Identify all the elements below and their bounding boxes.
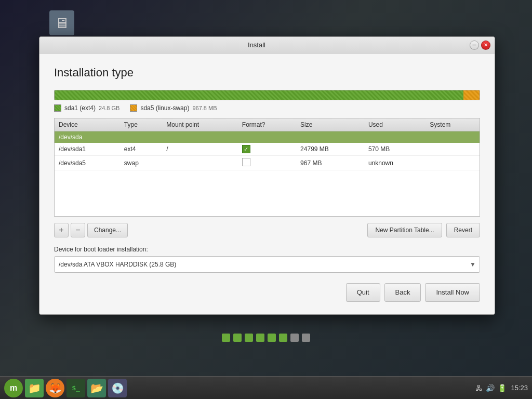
taskbar-sys-icons: 🖧 🔊 🔋	[475, 384, 507, 392]
cell-sda5-used: unknown	[364, 156, 425, 170]
progress-dot-8	[302, 334, 310, 342]
taskbar-icon-firefox[interactable]: 🦊	[46, 379, 64, 397]
taskbar-right: 🖧 🔊 🔋 15:23	[475, 384, 528, 392]
cell-sda5-device: /dev/sda5	[55, 156, 120, 170]
change-partition-button[interactable]: Change...	[87, 223, 128, 237]
table-header-row: Device Type Mount point Format? Size Use…	[55, 118, 480, 131]
format-checkbox-sda1[interactable]: ✓	[242, 145, 250, 153]
revert-button[interactable]: Revert	[446, 223, 480, 237]
taskbar-icon-disk[interactable]: 💿	[108, 379, 127, 397]
bootloader-select-wrapper: /dev/sda ATA VBOX HARDDISK (25.8 GB) ▼	[54, 256, 480, 273]
window-title: Install	[44, 41, 470, 49]
progress-dot-7	[290, 334, 299, 342]
battery-icon[interactable]: 🔋	[498, 384, 507, 392]
legend-size-swap: 967.8 MB	[192, 105, 217, 111]
monitor-icon: 🖥	[49, 10, 74, 35]
add-partition-button[interactable]: +	[54, 223, 69, 237]
taskbar-icon-folder[interactable]: 📁	[25, 379, 44, 397]
install-now-button[interactable]: Install Now	[425, 283, 480, 302]
remove-partition-button[interactable]: −	[71, 223, 85, 237]
cell-sda5-format	[238, 156, 296, 170]
cell-sda1-format: ✓	[238, 143, 296, 156]
desktop-icon-monitor[interactable]: 🖥	[49, 10, 74, 35]
titlebar: Install ─ ✕	[39, 37, 495, 54]
new-partition-table-button[interactable]: New Partition Table...	[367, 223, 442, 237]
progress-dot-1	[222, 334, 230, 342]
legend-item-ext4: sda1 (ext4) 24.8 GB	[54, 104, 119, 112]
taskbar-icon-terminal[interactable]: $_	[66, 379, 85, 397]
col-device: Device	[55, 118, 120, 131]
table-empty-row-3	[55, 193, 480, 205]
taskbar-icon-mint[interactable]: m	[4, 379, 23, 397]
legend-color-ext4	[54, 104, 61, 112]
col-type: Type	[120, 118, 162, 131]
cell-sda1-used: 570 MB	[364, 143, 425, 156]
close-button[interactable]: ✕	[481, 41, 490, 50]
col-size: Size	[296, 118, 364, 131]
cell-sda1-device: /dev/sda1	[55, 143, 120, 156]
table-row-sda5[interactable]: /dev/sda5 swap 967 MB unknown	[55, 156, 480, 170]
bootloader-label: Device for boot loader installation:	[54, 246, 480, 253]
cell-sda1-system	[425, 143, 480, 156]
partition-legend: sda1 (ext4) 24.8 GB sda5 (linux-swap) 96…	[54, 104, 480, 112]
col-system: System	[425, 118, 480, 131]
cell-sda1-size: 24799 MB	[296, 143, 364, 156]
partition-table: Device Type Mount point Format? Size Use…	[55, 118, 480, 216]
progress-dot-4	[256, 334, 264, 342]
cell-sda-device: /dev/sda	[55, 131, 480, 143]
progress-dots	[222, 334, 310, 342]
cell-sda5-size: 967 MB	[296, 156, 364, 170]
cell-sda5-mount	[162, 156, 238, 170]
progress-dot-2	[233, 334, 242, 342]
volume-icon[interactable]: 🔊	[486, 384, 495, 392]
legend-color-swap	[130, 104, 137, 112]
legend-item-swap: sda5 (linux-swap) 967.8 MB	[130, 104, 217, 112]
cell-sda5-system	[425, 156, 480, 170]
partition-ext4	[55, 90, 463, 100]
bootloader-select[interactable]: /dev/sda ATA VBOX HARDDISK (25.8 GB)	[54, 256, 480, 273]
progress-dot-6	[279, 334, 287, 342]
table-empty-row-1	[55, 170, 480, 182]
taskbar-icon-files[interactable]: 📂	[87, 379, 106, 397]
table-empty-row-4	[55, 205, 480, 216]
legend-size-ext4: 24.8 GB	[99, 105, 119, 111]
table-row-sda[interactable]: /dev/sda	[55, 131, 480, 143]
format-checkbox-sda5[interactable]	[242, 158, 250, 166]
legend-label-swap: sda5 (linux-swap)	[140, 104, 189, 112]
back-button[interactable]: Back	[384, 283, 421, 302]
table-empty-row-2	[55, 182, 480, 193]
progress-dot-3	[245, 334, 253, 342]
install-window: Install ─ ✕ Installation type sda1 (ext4…	[39, 36, 495, 315]
navigation-buttons: Quit Back Install Now	[54, 283, 480, 302]
bootloader-section: Device for boot loader installation: /de…	[54, 246, 480, 273]
page-title: Installation type	[54, 66, 480, 79]
partition-table-container: Device Type Mount point Format? Size Use…	[54, 118, 480, 217]
col-format: Format?	[238, 118, 296, 131]
window-body: Installation type sda1 (ext4) 24.8 GB sd…	[39, 54, 495, 314]
cell-sda1-mount: /	[162, 143, 238, 156]
partition-toolbar: + − Change... New Partition Table... Rev…	[54, 223, 480, 237]
taskbar-time: 15:23	[511, 384, 528, 392]
partition-bar	[54, 90, 480, 100]
network-icon[interactable]: 🖧	[475, 384, 483, 392]
cell-sda5-type: swap	[120, 156, 162, 170]
col-mount: Mount point	[162, 118, 238, 131]
minimize-button[interactable]: ─	[470, 41, 479, 50]
partition-swap	[463, 90, 480, 100]
table-row-sda1[interactable]: /dev/sda1 ext4 / ✓ 24799 MB 570 MB	[55, 143, 480, 156]
toolbar-right: New Partition Table... Revert	[367, 223, 480, 237]
progress-dot-5	[268, 334, 276, 342]
col-used: Used	[364, 118, 425, 131]
window-controls: ─ ✕	[470, 41, 490, 50]
cell-sda1-type: ext4	[120, 143, 162, 156]
quit-button[interactable]: Quit	[346, 283, 380, 302]
legend-label-ext4: sda1 (ext4)	[64, 104, 96, 112]
desktop: 🖥 Install ─ ✕ Installation type	[0, 0, 532, 399]
taskbar: m 📁 🦊 $_ 📂 💿 🖧 🔊 🔋 15:23	[0, 376, 532, 399]
partition-bar-container	[54, 90, 480, 100]
